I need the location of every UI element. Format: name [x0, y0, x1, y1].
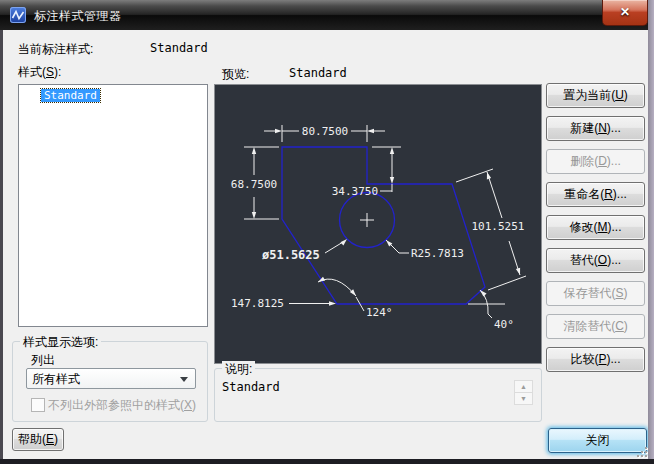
help-button[interactable]: 帮助(E) — [12, 428, 64, 451]
dimension-style-manager-dialog: 标注样式管理器 ✕ 当前标注样式: Standard 样式(S): Standa… — [0, 0, 654, 464]
dim-bottom-width-label: 147.8125 — [231, 297, 284, 310]
compare-button[interactable]: 比较(P)... — [546, 347, 645, 372]
delete-button: 删除(D)... — [546, 149, 645, 174]
override-button[interactable]: 替代(O)... — [546, 248, 645, 273]
description-value: Standard — [222, 380, 280, 394]
set-current-button[interactable]: 置为当前(U) — [546, 83, 645, 108]
window-frame-left — [0, 30, 3, 464]
hide-xref-styles-label: 不列出外部参照中的样式(X) — [48, 397, 196, 414]
dim-radius-label: R25.7813 — [411, 247, 464, 260]
styles-label: 样式(S): — [18, 64, 61, 81]
dim-left-height-label: 68.7500 — [231, 178, 277, 191]
current-style-value: Standard — [150, 41, 208, 55]
dim-angle-left-label: 124° — [366, 306, 393, 319]
dim-diameter-label: ø51.5625 — [262, 248, 320, 262]
preview-drawing: 80.7500 68.7500 34.3750 101.5251 R25.781… — [215, 85, 539, 361]
window-frame-bottom — [0, 459, 654, 464]
style-filter-dropdown[interactable]: 所有样式 — [26, 368, 196, 389]
rename-button[interactable]: 重命名(R)... — [546, 182, 645, 207]
dim-aligned-edge-label: 101.5251 — [472, 220, 525, 233]
window-title: 标注样式管理器 — [34, 8, 122, 25]
preview-style-value: Standard — [289, 66, 347, 80]
list-label: 列出 — [31, 352, 55, 369]
app-icon — [10, 7, 26, 23]
dim-step-height-label: 34.3750 — [332, 185, 378, 198]
save-override-button: 保存替代(S) — [546, 281, 645, 306]
scroll-down-icon[interactable]: ▼ — [514, 392, 533, 405]
close-icon[interactable]: ✕ — [602, 0, 648, 26]
style-list-item-standard[interactable]: Standard — [41, 89, 100, 102]
chevron-down-icon — [180, 377, 188, 382]
dimension-wave-icon — [10, 7, 26, 23]
dim-top-width-label: 80.7500 — [302, 125, 348, 138]
preview-label: 预览: — [222, 66, 249, 83]
clear-override-button: 清除替代(C) — [546, 314, 645, 339]
style-display-options-label: 样式显示选项: — [20, 334, 101, 351]
current-style-label: 当前标注样式: — [18, 41, 93, 58]
modify-button[interactable]: 修改(M)... — [546, 215, 645, 240]
dim-angle-right-label: 40° — [494, 318, 514, 331]
style-filter-dropdown-value: 所有样式 — [32, 372, 80, 386]
new-button[interactable]: 新建(N)... — [546, 116, 645, 141]
window-frame-right — [648, 0, 654, 464]
resize-grip-icon[interactable] — [634, 444, 647, 457]
close-dialog-button[interactable]: 关闭 — [548, 428, 647, 453]
description-label: 说明: — [222, 361, 255, 378]
hide-xref-styles-checkbox — [31, 398, 45, 412]
dimension-preview-image: 80.7500 68.7500 34.3750 101.5251 R25.781… — [214, 84, 542, 364]
description-group — [214, 368, 542, 422]
styles-listbox[interactable]: Standard — [18, 84, 208, 327]
titlebar[interactable]: 标注样式管理器 — [0, 0, 648, 30]
